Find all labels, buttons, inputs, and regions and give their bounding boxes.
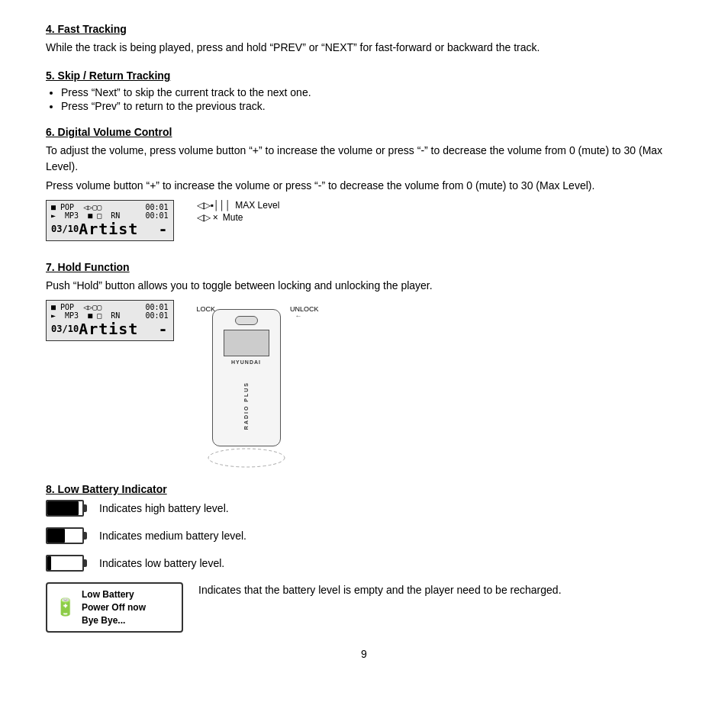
section-digital-volume: 6. Digital Volume Control To adjust the …	[46, 126, 682, 247]
device-brand: HYUNDAI	[231, 359, 261, 365]
hold-lcd-row1: ■ POP ◁▷▢▢ 00:01	[51, 303, 169, 311]
battery-high-fill	[47, 501, 79, 515]
section-7-title: 7. Hold Function	[46, 261, 682, 273]
battery-empty-row: 🔋 Low Battery Power Off now Bye Bye... I…	[46, 582, 682, 633]
section-5-title: 5. Skip / Return Tracking	[46, 69, 682, 82]
max-level-row: ◁▷▪│││ MAX Level	[197, 200, 280, 211]
device-screen	[224, 330, 269, 356]
arrow-unlock-icon: ←	[295, 312, 302, 320]
battery-high-icon	[46, 500, 84, 517]
lcd-artist: Artist -	[79, 220, 168, 238]
volume-lcd-display: ■ POP ◁▷▢▢ 00:01 ► MP3 ■ □ RN 00:01 03/1…	[46, 200, 174, 241]
device-illustration: LOCK UNLOCK → ← HYUNDAI RADIO PLUS	[197, 301, 319, 469]
device-radio-text: RADIO PLUS	[243, 382, 249, 430]
battery-low-row: Indicates low battery level.	[46, 555, 682, 572]
battery-warning-icon: 🔋	[55, 598, 76, 617]
lcd-track: 03/10	[51, 224, 79, 234]
lcd-row1: ■ POP ◁▷▢▢ 00:01	[51, 203, 169, 211]
section-8-title: 8. Low Battery Indicator	[46, 483, 682, 495]
lcd-row2-left: ► MP3 ■ □ RN	[51, 211, 120, 220]
device-body: HYUNDAI RADIO PLUS	[212, 309, 281, 446]
lcd-row1-left: ■ POP ◁▷▢▢	[51, 203, 101, 211]
battery-high-label: Indicates high battery level.	[99, 502, 229, 514]
page-number: 9	[46, 648, 682, 660]
lcd-row2-time: 00:01	[145, 211, 168, 220]
skip-bullet-2: Press “Prev” to return to the previous t…	[61, 100, 682, 112]
lcd-row3: 03/10 Artist -	[51, 220, 169, 238]
device-top-button	[235, 316, 258, 325]
hold-lcd-track: 03/10	[51, 324, 79, 334]
warning-line3: Bye Bye...	[82, 614, 146, 627]
battery-medium-row: Indicates medium battery level.	[46, 527, 682, 544]
section-7-body: Push “Hold” button allows you to toggle …	[46, 278, 682, 294]
section-4-title: 4. Fast Tracking	[46, 23, 682, 35]
battery-medium-icon	[46, 527, 84, 544]
battery-low-icon	[46, 555, 84, 572]
hold-lcd-row1-time: 00:01	[145, 303, 168, 311]
skip-return-list: Press “Next” to skip the current track t…	[61, 86, 682, 112]
hold-lcd-artist: Artist -	[79, 320, 168, 338]
mute-label: Mute	[223, 212, 243, 223]
hold-lcd-row2-time: 00:01	[145, 311, 168, 320]
svg-point-0	[208, 449, 285, 467]
section-low-battery: 8. Low Battery Indicator Indicates high …	[46, 483, 682, 633]
battery-medium-fill	[47, 529, 65, 543]
battery-high-row: Indicates high battery level.	[46, 500, 682, 517]
device-illustration-container: LOCK UNLOCK → ← HYUNDAI RADIO PLUS	[197, 301, 319, 469]
section-fast-tracking: 4. Fast Tracking While the track is bein…	[46, 23, 682, 56]
hold-lcd-display: ■ POP ◁▷▢▢ 00:01 ► MP3 ■ □ RN 00:01 03/1…	[46, 300, 174, 341]
battery-low-fill	[47, 556, 51, 570]
section-6-body1: To adjust the volume, press volume butto…	[46, 143, 682, 175]
max-level-icon: ◁▷▪│││	[197, 200, 231, 211]
battery-warning-text: Low Battery Power Off now Bye Bye...	[82, 588, 146, 627]
battery-empty-label: Indicates that the battery level is empt…	[198, 582, 562, 598]
mute-row: ◁▷ × Mute	[197, 212, 280, 223]
skip-bullet-1: Press “Next” to skip the current track t…	[61, 86, 682, 98]
mute-icon: ◁▷ ×	[197, 212, 218, 223]
warning-line1: Low Battery	[82, 588, 146, 601]
section-6-body2: Press volume button “+” to increase the …	[46, 178, 682, 194]
section-6-title: 6. Digital Volume Control	[46, 126, 682, 138]
volume-symbols: ◁▷▪│││ MAX Level ◁▷ × Mute	[197, 200, 280, 224]
section-hold-function: 7. Hold Function Push “Hold” button allo…	[46, 261, 682, 469]
hold-section-content: ■ POP ◁▷▢▢ 00:01 ► MP3 ■ □ RN 00:01 03/1…	[46, 294, 682, 469]
max-level-label: MAX Level	[235, 200, 279, 211]
section-skip-return: 5. Skip / Return Tracking Press “Next” t…	[46, 69, 682, 112]
hold-lcd-row2: ► MP3 ■ □ RN 00:01	[51, 311, 169, 320]
hold-lcd-row1-left: ■ POP ◁▷▢▢	[51, 303, 101, 311]
lock-label: LOCK	[197, 305, 216, 313]
section-4-body: While the track is being played, press a…	[46, 40, 682, 56]
lcd-row1-time: 00:01	[145, 203, 168, 211]
volume-display-row: ■ POP ◁▷▢▢ 00:01 ► MP3 ■ □ RN 00:01 03/1…	[46, 194, 682, 247]
device-bottom-ellipse	[205, 446, 288, 469]
warning-line2: Power Off now	[82, 601, 146, 614]
hold-lcd-container: ■ POP ◁▷▢▢ 00:01 ► MP3 ■ □ RN 00:01 03/1…	[46, 294, 174, 347]
lcd-row2: ► MP3 ■ □ RN 00:01	[51, 211, 169, 220]
hold-lcd-row2-left: ► MP3 ■ □ RN	[51, 311, 120, 320]
low-battery-warning-box: 🔋 Low Battery Power Off now Bye Bye...	[46, 582, 183, 633]
hold-lcd-row3: 03/10 Artist -	[51, 320, 169, 338]
battery-medium-label: Indicates medium battery level.	[99, 530, 246, 542]
battery-low-label: Indicates low battery level.	[99, 557, 224, 569]
